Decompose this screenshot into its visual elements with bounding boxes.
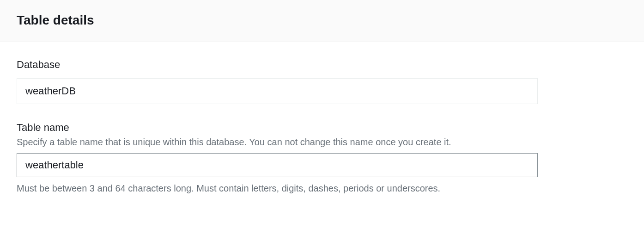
database-value: weatherDB (17, 78, 538, 104)
database-field-group: Database weatherDB (17, 59, 627, 104)
table-name-label: Table name (17, 122, 627, 134)
database-label: Database (17, 59, 627, 71)
section-title: Table details (17, 13, 627, 28)
section-header: Table details (0, 0, 644, 42)
table-name-input[interactable] (17, 153, 538, 177)
table-name-hint: Must be between 3 and 64 characters long… (17, 182, 627, 195)
table-name-field-group: Table name Specify a table name that is … (17, 122, 627, 195)
form-body: Database weatherDB Table name Specify a … (0, 42, 644, 209)
table-name-description: Specify a table name that is unique with… (17, 136, 627, 148)
